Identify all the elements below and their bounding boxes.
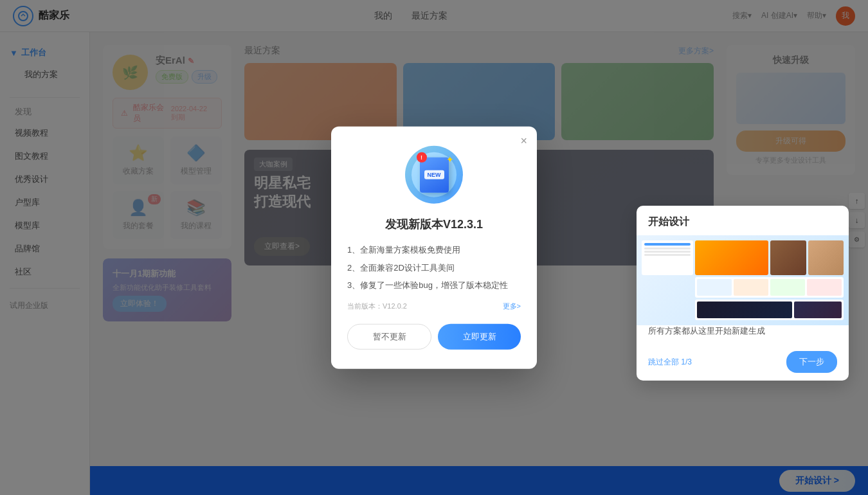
current-version: 当前版本：V12.0.2	[347, 301, 407, 310]
tooltip-title: 开始设计	[637, 206, 849, 235]
modal-feature-1: 1、全新海量方案模板免费使用	[347, 244, 521, 256]
tooltip-next-button[interactable]: 下一步	[786, 351, 837, 373]
tooltip-card: 开始设计	[637, 206, 849, 381]
confirm-button[interactable]: 立即更新	[438, 323, 521, 349]
modal-icon-area: NEW ! ✦	[347, 146, 521, 204]
modal-icon-inner: NEW ! ✦	[411, 152, 457, 197]
sparkle: ✦	[446, 154, 454, 164]
modal-feature-2: 2、全面兼容2D设计工具美间	[347, 261, 521, 274]
modal-buttons: 暂不更新 立即更新	[347, 323, 521, 349]
tooltip-preview	[637, 235, 849, 325]
tooltip-skip[interactable]: 跳过全部 1/3	[648, 357, 692, 368]
cancel-button[interactable]: 暂不更新	[347, 323, 431, 349]
modal-icon-outer: NEW ! ✦	[405, 146, 463, 204]
modal-title: 发现新版本V12.3.1	[347, 217, 521, 232]
tooltip-footer: 跳过全部 1/3 下一步	[637, 343, 849, 381]
modal-version: 当前版本：V12.0.2 更多>	[347, 301, 521, 310]
modal-close-button[interactable]: ×	[520, 134, 527, 148]
more-link[interactable]: 更多>	[503, 301, 521, 310]
modal-feature-3: 3、修复了一些体验bug，增强了版本稳定性	[347, 279, 521, 292]
update-dot: !	[417, 152, 427, 162]
tooltip-desc: 所有方案都从这里开始新建生成	[637, 325, 849, 343]
modal-features: 1、全新海量方案模板免费使用 2、全面兼容2D设计工具美间 3、修复了一些体验b…	[347, 244, 521, 292]
update-modal: × NEW ! ✦ 发现新版本V12.3.1 1、全新海量方案模板免费使用 2、…	[331, 127, 537, 369]
